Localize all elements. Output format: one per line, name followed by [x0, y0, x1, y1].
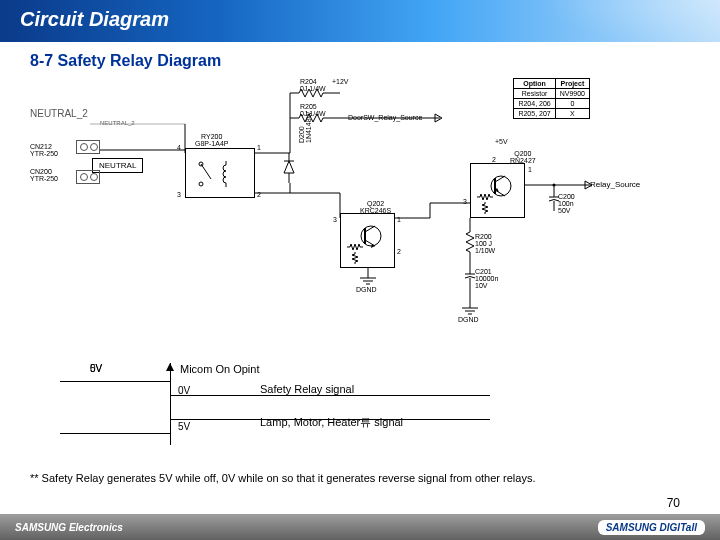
r1-edge	[170, 381, 171, 395]
r1-label: Safety Relay signal	[260, 383, 354, 395]
footer-logo: SAMSUNG DIGITall	[598, 520, 705, 535]
wires	[30, 78, 690, 338]
label-micom: Micom On Opint	[180, 363, 259, 375]
content-area: 8-7 Safety Relay Diagram OptionProject R…	[0, 42, 720, 468]
r2-label: Lamp, Motor, Heater류 signal	[260, 415, 403, 430]
header-bar: Circuit Diagram	[0, 0, 720, 42]
footer-bar: SAMSUNG Electronics SAMSUNG DIGITall	[0, 514, 720, 540]
svg-marker-56	[166, 363, 174, 371]
page-number: 70	[667, 496, 680, 510]
timing-diagram: Micom On Opint 5V 0V Safety Relay signal…	[30, 363, 690, 458]
circuit-diagram: OptionProject ResistorNV9900 R204, 2060 …	[30, 78, 690, 358]
r2-5v: 5V	[178, 421, 190, 432]
r2-low	[60, 433, 170, 434]
arrow-up-icon	[166, 363, 174, 371]
header-swirl-decor	[320, 0, 720, 42]
r2-0v: 0V	[90, 363, 102, 374]
r1-low	[170, 395, 490, 396]
footer-company: SAMSUNG Electronics	[15, 522, 123, 533]
r1-high	[60, 381, 170, 382]
footnote: ** Safety Relay generates 5V while off, …	[0, 468, 720, 488]
section-title: 8-7 Safety Relay Diagram	[30, 52, 690, 70]
r2-edge	[170, 419, 171, 433]
